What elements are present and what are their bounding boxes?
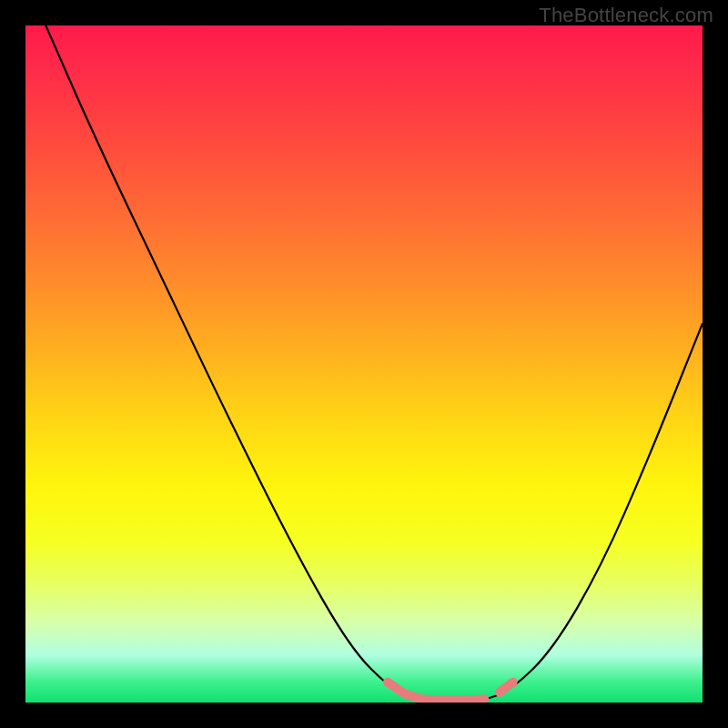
highlight-segment <box>500 682 513 693</box>
highlight-segment <box>464 699 484 700</box>
chart-plot-area <box>25 25 703 703</box>
chart-svg <box>25 25 703 703</box>
watermark-text: TheBottleneck.com <box>539 4 713 27</box>
highlight-markers <box>388 682 513 701</box>
bottleneck-curve <box>46 25 703 703</box>
